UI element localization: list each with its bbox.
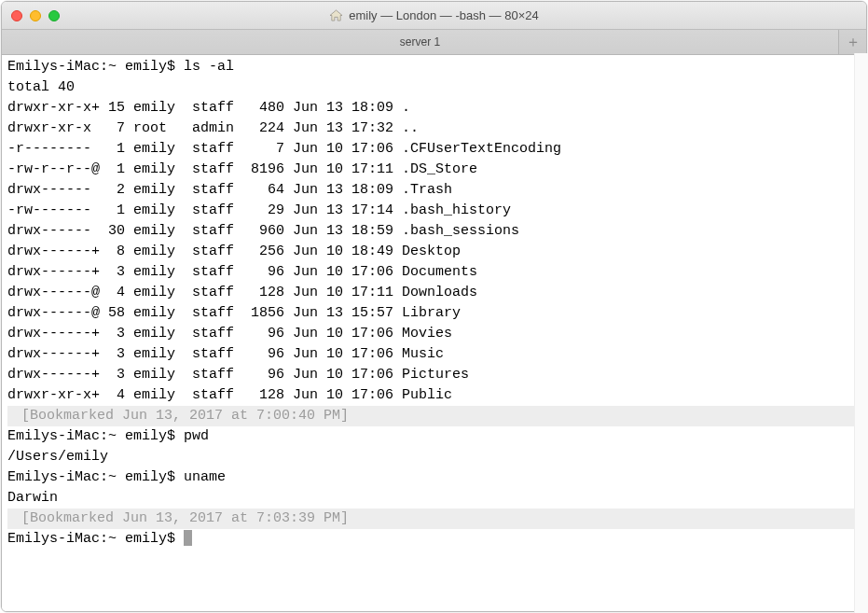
terminal-line: Emilys-iMac:~ emily$ pwd bbox=[7, 426, 861, 447]
tab-active[interactable]: server 1 bbox=[2, 35, 838, 49]
terminal-line: drwx------+ 3 emily staff 96 Jun 10 17:0… bbox=[7, 262, 861, 283]
terminal-line: -r-------- 1 emily staff 7 Jun 10 17:06 … bbox=[7, 139, 861, 160]
close-button[interactable] bbox=[11, 10, 22, 21]
zoom-button[interactable] bbox=[48, 10, 60, 21]
terminal-line: /Users/emily bbox=[7, 447, 861, 467]
tab-label: server 1 bbox=[400, 35, 440, 49]
terminal-line: total 40 bbox=[7, 77, 861, 98]
window-title: emily — London — -bash — 80×24 bbox=[2, 8, 866, 22]
terminal-line: Emilys-iMac:~ emily$ uname bbox=[7, 467, 861, 488]
terminal-line: drwxr-xr-x 7 root admin 224 Jun 13 17:32… bbox=[7, 118, 861, 139]
traffic-lights bbox=[2, 10, 60, 21]
terminal-line: drwx------@ 58 emily staff 1856 Jun 13 1… bbox=[7, 303, 861, 324]
terminal-line: drwx------+ 3 emily staff 96 Jun 10 17:0… bbox=[7, 344, 861, 365]
terminal-line: -rw-r--r--@ 1 emily staff 8196 Jun 10 17… bbox=[7, 160, 861, 180]
terminal-line: drwx------+ 3 emily staff 96 Jun 10 17:0… bbox=[7, 324, 861, 344]
cursor bbox=[184, 530, 192, 546]
terminal-line: [Bookmarked Jun 13, 2017 at 7:03:39 PM] bbox=[7, 509, 861, 529]
terminal-window: emily — London — -bash — 80×24 server 1 … bbox=[1, 1, 867, 612]
terminal-line: Emilys-iMac:~ emily$ bbox=[7, 529, 861, 550]
new-tab-button[interactable]: ＋ bbox=[838, 30, 866, 54]
scrollbar[interactable] bbox=[854, 53, 867, 612]
terminal-line: drwxr-xr-x+ 4 emily staff 128 Jun 10 17:… bbox=[7, 385, 861, 406]
terminal-line: drwx------+ 8 emily staff 256 Jun 10 18:… bbox=[7, 242, 861, 262]
window-titlebar[interactable]: emily — London — -bash — 80×24 bbox=[2, 2, 866, 30]
terminal-line: -rw------- 1 emily staff 29 Jun 13 17:14… bbox=[7, 201, 861, 221]
minimize-button[interactable] bbox=[30, 10, 41, 21]
terminal-line: drwx------@ 4 emily staff 128 Jun 10 17:… bbox=[7, 283, 861, 303]
tab-bar: server 1 ＋ bbox=[2, 30, 866, 55]
terminal-line: drwx------ 2 emily staff 64 Jun 13 18:09… bbox=[7, 180, 861, 201]
terminal-line: Emilys-iMac:~ emily$ ls -al bbox=[7, 57, 861, 77]
terminal-line: drwx------+ 3 emily staff 96 Jun 10 17:0… bbox=[7, 365, 861, 385]
terminal-line: [Bookmarked Jun 13, 2017 at 7:00:40 PM] bbox=[7, 406, 861, 426]
terminal-line: drwxr-xr-x+ 15 emily staff 480 Jun 13 18… bbox=[7, 98, 861, 118]
terminal-line: Darwin bbox=[7, 488, 861, 509]
plus-icon: ＋ bbox=[846, 33, 861, 52]
terminal-output[interactable]: Emilys-iMac:~ emily$ ls -altotal 40drwxr… bbox=[2, 55, 866, 611]
home-icon bbox=[329, 9, 343, 21]
terminal-line: drwx------ 30 emily staff 960 Jun 13 18:… bbox=[7, 221, 861, 242]
window-title-text: emily — London — -bash — 80×24 bbox=[349, 8, 538, 22]
